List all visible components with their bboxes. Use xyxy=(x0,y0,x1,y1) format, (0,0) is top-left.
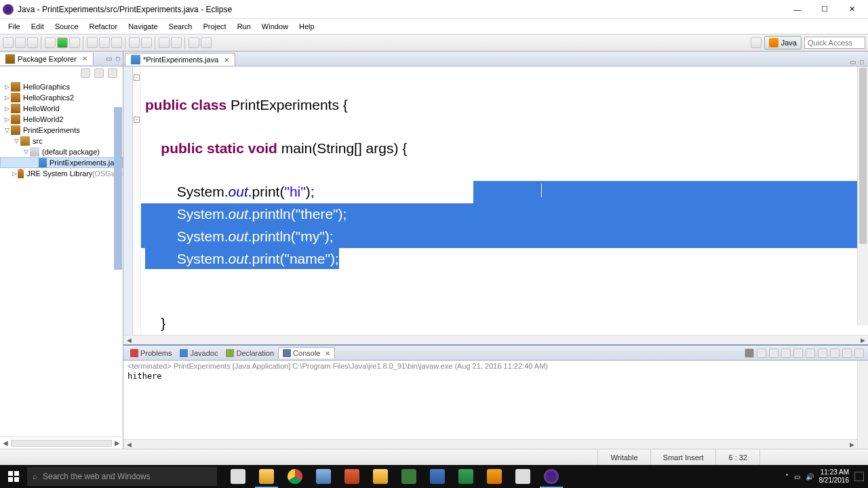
close-icon[interactable]: ✕ xyxy=(82,55,87,62)
menu-edit[interactable]: Edit xyxy=(26,21,50,32)
tree-item-javafile[interactable]: PrintExperiments.java xyxy=(0,157,123,168)
notifications-icon[interactable] xyxy=(854,472,864,481)
tree-item-src[interactable]: ▽src xyxy=(0,136,123,146)
taskbar-clock[interactable]: 11:23 AM 8/21/2016 xyxy=(819,468,850,485)
new-icon[interactable] xyxy=(3,37,14,48)
tree-item-project[interactable]: ▷HelloWorld2 xyxy=(0,114,123,125)
run-icon[interactable] xyxy=(57,37,68,48)
nav-right-icon[interactable]: ▶ xyxy=(115,439,120,447)
start-button[interactable] xyxy=(0,465,27,488)
taskbar-app-word[interactable] xyxy=(423,465,452,488)
new-package-icon[interactable] xyxy=(87,37,98,48)
back-icon[interactable] xyxy=(189,37,199,48)
search-icon[interactable] xyxy=(129,37,140,48)
tray-network-icon[interactable]: ▭ xyxy=(794,473,800,481)
tray-volume-icon[interactable]: 🔊 xyxy=(806,473,814,481)
minimize-view-icon[interactable] xyxy=(842,348,852,358)
taskbar-search-input[interactable]: ⌕ Search the web and Windows xyxy=(27,467,217,486)
taskbar-app-explorer[interactable] xyxy=(252,465,281,488)
menu-help[interactable]: Help xyxy=(294,21,320,32)
open-console-icon[interactable] xyxy=(830,348,840,358)
menu-source[interactable]: Source xyxy=(50,21,84,32)
toggle-mark-icon[interactable] xyxy=(141,37,152,48)
tree-item-project[interactable]: ▽PrintExperiments xyxy=(0,125,123,136)
code-editor[interactable]: − − public class PrintExperiments { publ… xyxy=(123,66,868,335)
task-view-button[interactable] xyxy=(224,465,252,488)
fold-toggle-icon[interactable]: − xyxy=(134,117,140,123)
menu-navigate[interactable]: Navigate xyxy=(123,21,163,32)
pin-console-icon[interactable] xyxy=(806,348,815,358)
tray-chevron-icon[interactable]: ˄ xyxy=(785,473,789,481)
tree-item-project[interactable]: ▷HelloGraphics2 xyxy=(0,92,123,103)
tree-item-package[interactable]: ▽(default package) xyxy=(0,146,123,157)
close-tab-icon[interactable]: ✕ xyxy=(224,56,229,64)
collapse-all-icon[interactable] xyxy=(81,68,90,78)
menu-run[interactable]: Run xyxy=(232,21,256,32)
maximize-button[interactable]: ☐ xyxy=(811,0,838,19)
next-annotation-icon[interactable] xyxy=(159,37,170,48)
java-perspective-button[interactable]: Java xyxy=(764,36,802,49)
menu-window[interactable]: Window xyxy=(256,21,294,32)
nav-left-icon[interactable]: ◀ xyxy=(3,439,8,447)
console-horizontal-scrollbar[interactable]: ◀▶ xyxy=(123,439,857,449)
taskbar-app-eclipse[interactable] xyxy=(537,465,566,488)
fold-toggle-icon[interactable]: − xyxy=(134,75,140,81)
minimize-editor-icon[interactable]: ▭ xyxy=(850,58,856,66)
tree-item-jre[interactable]: ▷JRE System Library [OSGi/Mi xyxy=(0,168,123,179)
quick-access-input[interactable] xyxy=(804,37,865,49)
close-button[interactable]: ✕ xyxy=(838,0,865,19)
menu-file[interactable]: File xyxy=(3,21,26,32)
close-icon[interactable]: ✕ xyxy=(325,350,330,357)
horizontal-scrollbar[interactable]: ◀▶ xyxy=(123,335,868,344)
remove-all-icon[interactable] xyxy=(769,348,778,358)
taskbar-app-folder[interactable] xyxy=(366,465,395,488)
save-icon[interactable] xyxy=(15,37,26,48)
system-tray[interactable]: ˄ ▭ 🔊 11:23 AM 8/21/2016 xyxy=(785,468,869,485)
link-editor-icon[interactable] xyxy=(94,68,104,78)
maximize-editor-icon[interactable]: □ xyxy=(860,58,864,66)
editor-tab[interactable]: *PrintExperiments.java ✕ xyxy=(125,53,235,66)
taskbar-app-chrome2[interactable] xyxy=(480,465,509,488)
taskbar-app-excel[interactable] xyxy=(452,465,480,488)
console-output[interactable]: hithere xyxy=(123,371,857,439)
taskbar-app-notepad[interactable] xyxy=(309,465,338,488)
scroll-lock-icon[interactable] xyxy=(793,348,803,358)
new-class-icon[interactable] xyxy=(99,37,110,48)
tab-declaration[interactable]: Declaration xyxy=(222,348,278,359)
tab-javadoc[interactable]: Javadoc xyxy=(176,348,222,359)
taskbar-app-chrome[interactable] xyxy=(281,465,309,488)
tab-problems[interactable]: Problems xyxy=(126,348,176,359)
remove-launch-icon[interactable] xyxy=(757,348,766,358)
taskbar-app-greenfoot[interactable] xyxy=(395,465,423,488)
horizontal-scrollbar[interactable] xyxy=(11,440,112,447)
tree-item-project[interactable]: ▷HelloWorld xyxy=(0,103,123,114)
package-explorer-tab[interactable]: Package Explorer ✕ xyxy=(0,53,94,65)
menu-refactor[interactable]: Refactor xyxy=(84,21,123,32)
view-menu-icon[interactable] xyxy=(108,68,117,78)
console-vertical-scrollbar[interactable] xyxy=(857,361,868,449)
taskbar-app-calc[interactable] xyxy=(509,465,537,488)
open-perspective-icon[interactable] xyxy=(751,37,762,48)
run-last-icon[interactable] xyxy=(69,37,80,48)
prev-annotation-icon[interactable] xyxy=(171,37,182,48)
open-type-icon[interactable] xyxy=(111,37,122,48)
forward-icon[interactable] xyxy=(201,37,212,48)
debug-icon[interactable] xyxy=(45,37,56,48)
display-console-icon[interactable] xyxy=(818,348,827,358)
save-all-icon[interactable] xyxy=(27,37,38,48)
folding-ruler[interactable]: − − xyxy=(133,66,141,335)
clear-console-icon[interactable] xyxy=(781,348,791,358)
terminate-icon[interactable] xyxy=(745,348,754,358)
taskbar-app-powerpoint[interactable] xyxy=(338,465,366,488)
annotation-ruler[interactable] xyxy=(123,66,133,335)
vertical-scrollbar[interactable] xyxy=(857,66,868,325)
maximize-view-icon[interactable]: □ xyxy=(116,55,120,62)
tab-console[interactable]: Console✕ xyxy=(278,347,335,359)
maximize-view-icon[interactable] xyxy=(854,348,864,358)
menu-project[interactable]: Project xyxy=(197,21,231,32)
minimize-view-icon[interactable]: ▭ xyxy=(106,55,112,62)
project-tree[interactable]: ▷HelloGraphics ▷HelloGraphics2 ▷HelloWor… xyxy=(0,80,123,436)
tree-item-project[interactable]: ▷HelloGraphics xyxy=(0,81,123,92)
minimize-button[interactable]: — xyxy=(784,0,811,19)
menu-search[interactable]: Search xyxy=(163,21,198,32)
